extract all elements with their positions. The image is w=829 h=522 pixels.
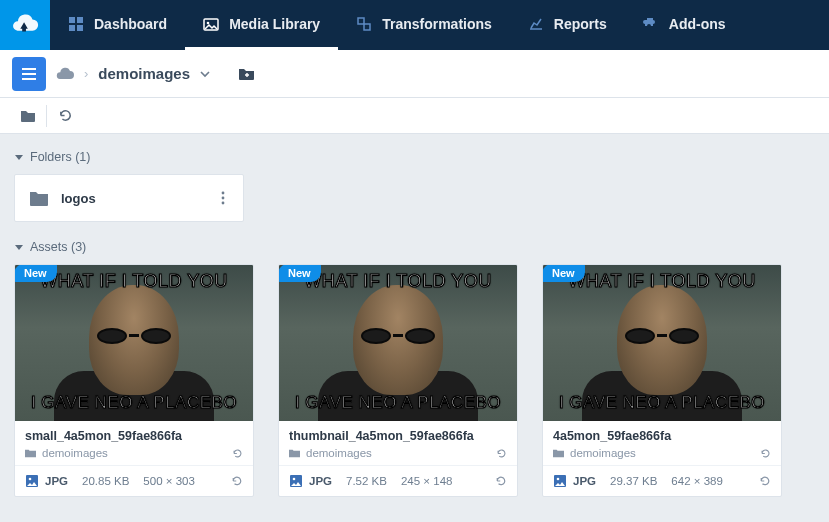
svg-point-10 xyxy=(222,202,225,205)
folder-icon xyxy=(289,448,300,459)
meme-bottom-text: I GAVE NEO A PLACEBO xyxy=(15,393,253,413)
svg-point-9 xyxy=(222,197,225,200)
asset-refresh-button[interactable] xyxy=(760,448,771,459)
refresh-icon xyxy=(495,475,507,487)
asset-refresh-button[interactable] xyxy=(496,448,507,459)
assets-section-header[interactable]: Assets (3) xyxy=(14,240,815,254)
reports-icon xyxy=(528,16,544,32)
asset-card[interactable]: New WHAT IF I TOLD YOU I GAVE NEO A PLAC… xyxy=(278,264,518,497)
nav-addons[interactable]: Add-ons xyxy=(625,0,744,50)
asset-dimensions: 500 × 303 xyxy=(143,475,194,487)
refresh-button[interactable] xyxy=(47,98,83,134)
asset-refresh-button[interactable] xyxy=(232,448,243,459)
image-icon xyxy=(289,474,303,488)
brand-logo[interactable] xyxy=(0,0,50,50)
asset-card[interactable]: New WHAT IF I TOLD YOU I GAVE NEO A PLAC… xyxy=(14,264,254,497)
meme-bottom-text: I GAVE NEO A PLACEBO xyxy=(279,393,517,413)
asset-dimensions: 245 × 148 xyxy=(401,475,452,487)
section-label: Assets (3) xyxy=(30,240,86,254)
refresh-icon xyxy=(232,448,243,459)
svg-rect-3 xyxy=(77,25,83,31)
folder-plus-icon xyxy=(238,66,256,82)
new-badge: New xyxy=(14,264,57,282)
hamburger-icon xyxy=(21,67,37,81)
nav-transformations[interactable]: Transformations xyxy=(338,0,510,50)
meme-bottom-text: I GAVE NEO A PLACEBO xyxy=(543,393,781,413)
asset-title: thumbnail_4a5mon_59fae866fa xyxy=(289,429,507,443)
new-badge: New xyxy=(278,264,321,282)
asset-card[interactable]: New WHAT IF I TOLD YOU I GAVE NEO A PLAC… xyxy=(542,264,782,497)
svg-rect-1 xyxy=(77,17,83,23)
svg-rect-7 xyxy=(364,24,370,30)
new-badge: New xyxy=(542,264,585,282)
breadcrumb-root[interactable] xyxy=(56,67,74,81)
assets-grid: New WHAT IF I TOLD YOU I GAVE NEO A PLAC… xyxy=(14,264,815,497)
asset-thumbnail: WHAT IF I TOLD YOU I GAVE NEO A PLACEBO xyxy=(279,265,517,421)
folder-icon xyxy=(553,448,564,459)
asset-folder: demoimages xyxy=(570,447,636,459)
view-toggle-button[interactable] xyxy=(10,98,46,134)
media-icon xyxy=(203,16,219,32)
folder-icon xyxy=(29,190,49,207)
breadcrumb-separator: › xyxy=(84,66,88,81)
image-icon xyxy=(553,474,567,488)
folder-card[interactable]: logos xyxy=(14,174,244,222)
svg-point-5 xyxy=(207,21,210,24)
section-label: Folders (1) xyxy=(30,150,90,164)
toolbar xyxy=(0,98,829,134)
asset-format: JPG xyxy=(309,475,332,487)
caret-down-icon xyxy=(14,152,24,162)
asset-size: 29.37 KB xyxy=(610,475,657,487)
nav-label: Reports xyxy=(554,16,607,32)
folder-more-button[interactable] xyxy=(211,186,235,210)
refresh-icon xyxy=(231,475,243,487)
asset-format: JPG xyxy=(45,475,68,487)
folder-icon xyxy=(25,448,36,459)
breadcrumb-current[interactable]: demoimages xyxy=(98,65,190,82)
svg-rect-0 xyxy=(69,17,75,23)
svg-rect-2 xyxy=(69,25,75,31)
asset-size: 7.52 KB xyxy=(346,475,387,487)
nav-dashboard[interactable]: Dashboard xyxy=(50,0,185,50)
refresh-icon xyxy=(496,448,507,459)
nav-media-library[interactable]: Media Library xyxy=(185,0,338,50)
asset-folder: demoimages xyxy=(306,447,372,459)
folder-icon xyxy=(20,109,36,123)
addons-icon xyxy=(643,16,659,32)
cloud-icon xyxy=(10,13,40,37)
svg-point-14 xyxy=(293,478,296,481)
image-icon xyxy=(25,474,39,488)
top-nav: Dashboard Media Library Transformations … xyxy=(0,0,829,50)
nav-label: Dashboard xyxy=(94,16,167,32)
refresh-icon xyxy=(760,448,771,459)
asset-sync-button[interactable] xyxy=(495,475,507,487)
caret-down-icon xyxy=(14,242,24,252)
asset-title: 4a5mon_59fae866fa xyxy=(553,429,771,443)
svg-point-8 xyxy=(222,192,225,195)
refresh-icon xyxy=(58,108,73,123)
asset-thumbnail: WHAT IF I TOLD YOU I GAVE NEO A PLACEBO xyxy=(543,265,781,421)
svg-point-16 xyxy=(557,478,560,481)
folders-section-header[interactable]: Folders (1) xyxy=(14,150,815,164)
nav-label: Transformations xyxy=(382,16,492,32)
nav-label: Media Library xyxy=(229,16,320,32)
transformations-icon xyxy=(356,16,372,32)
asset-title: small_4a5mon_59fae866fa xyxy=(25,429,243,443)
new-folder-button[interactable] xyxy=(236,63,258,85)
nav-reports[interactable]: Reports xyxy=(510,0,625,50)
asset-folder: demoimages xyxy=(42,447,108,459)
asset-sync-button[interactable] xyxy=(759,475,771,487)
folder-name: logos xyxy=(61,191,199,206)
breadcrumb-bar: › demoimages xyxy=(0,50,829,98)
asset-format: JPG xyxy=(573,475,596,487)
svg-point-12 xyxy=(29,478,32,481)
more-vertical-icon xyxy=(221,191,225,205)
cloud-icon xyxy=(56,67,74,81)
asset-thumbnail: WHAT IF I TOLD YOU I GAVE NEO A PLACEBO xyxy=(15,265,253,421)
sidebar-toggle-button[interactable] xyxy=(12,57,46,91)
refresh-icon xyxy=(759,475,771,487)
breadcrumb-dropdown[interactable] xyxy=(200,69,210,79)
nav-label: Add-ons xyxy=(669,16,726,32)
content-area: Folders (1) logos Assets (3) New WHAT IF… xyxy=(0,134,829,507)
asset-sync-button[interactable] xyxy=(231,475,243,487)
